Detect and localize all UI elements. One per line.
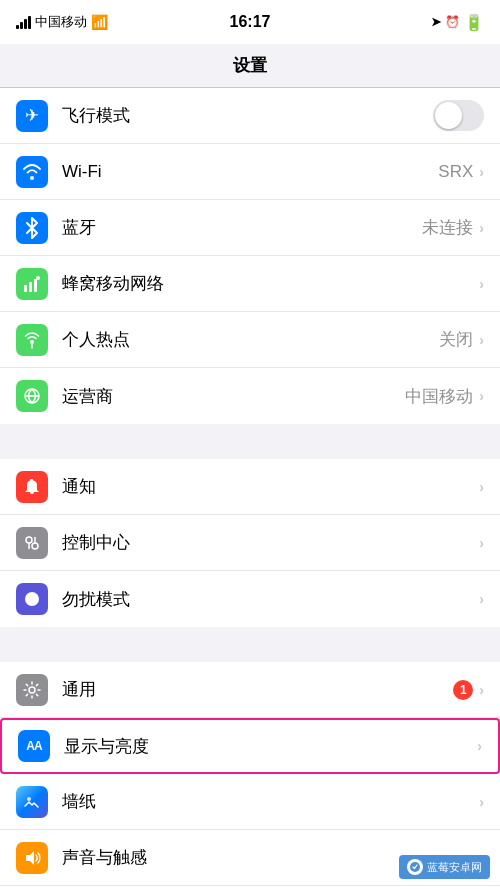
- display-brightness-icon: AA: [18, 730, 50, 762]
- carrier-label: 运营商: [62, 385, 405, 408]
- do-not-disturb-icon: [16, 583, 48, 615]
- wifi-chevron-icon: ›: [479, 164, 484, 180]
- hotspot-icon: [16, 324, 48, 356]
- settings-list: ✈ 飞行模式 Wi-Fi SRX ›: [0, 88, 500, 889]
- system-section: 通知 › 控制中心 › 勿扰模式 ›: [0, 459, 500, 627]
- notifications-icon: [16, 471, 48, 503]
- status-time: 16:17: [230, 13, 271, 31]
- nav-bar: 设置: [0, 44, 500, 88]
- general-row[interactable]: 通用 1 ›: [0, 662, 500, 718]
- watermark: 蓝莓安卓网: [399, 855, 490, 879]
- carrier-value: 中国移动: [405, 385, 473, 408]
- general-icon: [16, 674, 48, 706]
- general-chevron-icon: ›: [479, 682, 484, 698]
- status-left: 中国移动 📶: [16, 13, 108, 31]
- carrier-icon: [16, 380, 48, 412]
- control-center-icon: [16, 527, 48, 559]
- wallpaper-row[interactable]: 墙纸 ›: [0, 774, 500, 830]
- bluetooth-icon: [16, 212, 48, 244]
- notifications-row[interactable]: 通知 ›: [0, 459, 500, 515]
- bluetooth-chevron-icon: ›: [479, 220, 484, 236]
- hotspot-row[interactable]: 个人热点 关闭 ›: [0, 312, 500, 368]
- page-title: 设置: [233, 54, 267, 77]
- svg-point-3: [36, 276, 40, 280]
- watermark-text: 蓝莓安卓网: [427, 860, 482, 875]
- sounds-icon: [16, 842, 48, 874]
- wifi-value: SRX: [438, 162, 473, 182]
- svg-point-12: [27, 797, 31, 801]
- do-not-disturb-row[interactable]: 勿扰模式 ›: [0, 571, 500, 627]
- general-label: 通用: [62, 678, 453, 701]
- svg-marker-13: [26, 851, 34, 865]
- status-bar: 中国移动 📶 16:17 ➤ ⏰ 🔋: [0, 0, 500, 44]
- svg-rect-0: [24, 285, 27, 292]
- carrier-chevron-icon: ›: [479, 388, 484, 404]
- display-brightness-label: 显示与亮度: [64, 735, 477, 758]
- control-center-chevron-icon: ›: [479, 535, 484, 551]
- bluetooth-value: 未连接: [422, 216, 473, 239]
- airplane-toggle[interactable]: [433, 100, 484, 131]
- display-brightness-row[interactable]: AA 显示与亮度 ›: [0, 718, 500, 774]
- airplane-icon: ✈: [16, 100, 48, 132]
- wallpaper-label: 墙纸: [62, 790, 479, 813]
- carrier-label: 中国移动: [35, 13, 87, 31]
- general-badge: 1: [453, 680, 473, 700]
- cellular-row[interactable]: 蜂窝移动网络 ›: [0, 256, 500, 312]
- bluetooth-row[interactable]: 蓝牙 未连接 ›: [0, 200, 500, 256]
- wifi-icon: [16, 156, 48, 188]
- signal-icon: [16, 16, 31, 29]
- svg-point-11: [29, 687, 35, 693]
- wallpaper-chevron-icon: ›: [479, 794, 484, 810]
- wifi-row[interactable]: Wi-Fi SRX ›: [0, 144, 500, 200]
- display-brightness-chevron-icon: ›: [477, 738, 482, 754]
- hotspot-label: 个人热点: [62, 328, 439, 351]
- control-center-row[interactable]: 控制中心 ›: [0, 515, 500, 571]
- toggle-knob: [435, 102, 462, 129]
- carrier-row[interactable]: 运营商 中国移动 ›: [0, 368, 500, 424]
- airplane-mode-label: 飞行模式: [62, 104, 433, 127]
- notifications-label: 通知: [62, 475, 479, 498]
- airplane-mode-row[interactable]: ✈ 飞行模式: [0, 88, 500, 144]
- wifi-label: Wi-Fi: [62, 162, 438, 182]
- location-icon: ➤: [431, 15, 441, 29]
- hotspot-value: 关闭: [439, 328, 473, 351]
- notifications-chevron-icon: ›: [479, 479, 484, 495]
- control-center-label: 控制中心: [62, 531, 479, 554]
- battery-icon: 🔋: [464, 13, 484, 32]
- svg-point-8: [32, 543, 38, 549]
- cellular-chevron-icon: ›: [479, 276, 484, 292]
- hotspot-chevron-icon: ›: [479, 332, 484, 348]
- bluetooth-label: 蓝牙: [62, 216, 422, 239]
- cellular-label: 蜂窝移动网络: [62, 272, 479, 295]
- do-not-disturb-chevron-icon: ›: [479, 591, 484, 607]
- do-not-disturb-label: 勿扰模式: [62, 588, 479, 611]
- watermark-icon: [407, 859, 423, 875]
- svg-point-7: [26, 537, 32, 543]
- wifi-status-icon: 📶: [91, 14, 108, 30]
- status-right-icons: ➤ ⏰ 🔋: [431, 13, 484, 32]
- alarm-icon: ⏰: [445, 15, 460, 29]
- cellular-icon: [16, 268, 48, 300]
- svg-rect-2: [34, 279, 37, 292]
- wallpaper-icon: [16, 786, 48, 818]
- network-section: ✈ 飞行模式 Wi-Fi SRX ›: [0, 88, 500, 424]
- svg-rect-1: [29, 282, 32, 292]
